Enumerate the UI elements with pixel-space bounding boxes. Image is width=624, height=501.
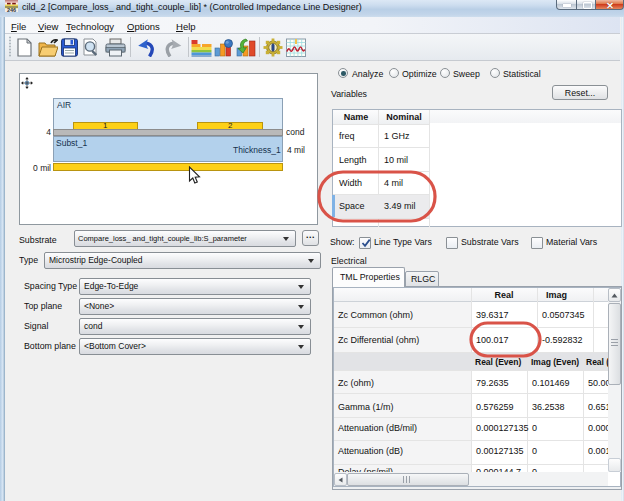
svg-text:246: 246 <box>7 7 16 12</box>
